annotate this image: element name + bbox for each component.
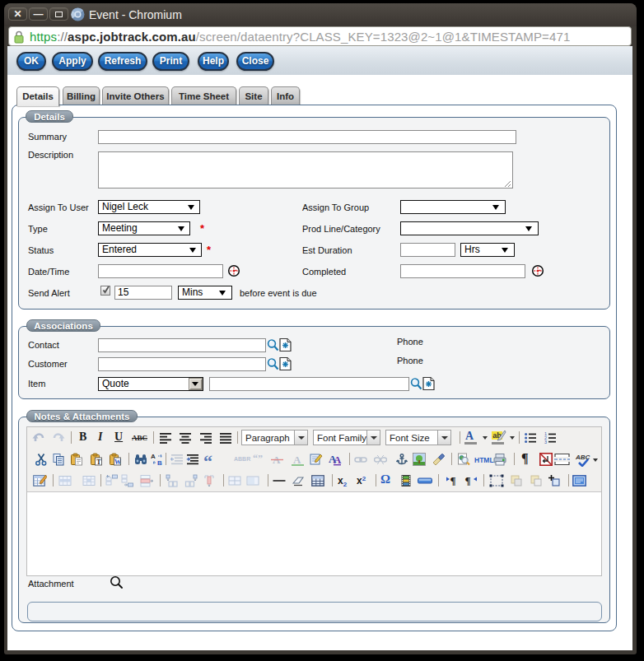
svg-text:T: T (96, 459, 101, 466)
svg-text:A: A (334, 454, 342, 466)
svg-text:¶: ¶ (450, 474, 456, 486)
svg-text:A: A (151, 453, 156, 460)
svg-text:3: 3 (544, 440, 547, 445)
svg-text:¶: ¶ (465, 474, 471, 486)
svg-text:W: W (114, 459, 121, 466)
svg-text:B: B (157, 459, 162, 466)
